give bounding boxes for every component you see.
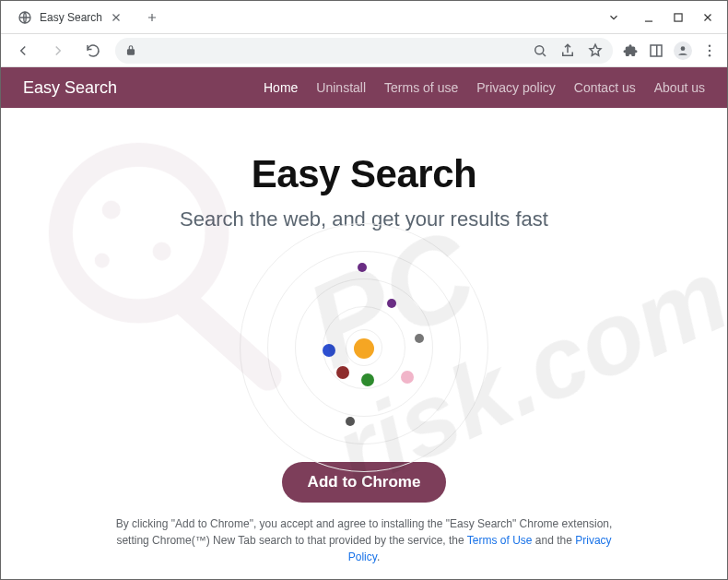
nav-uninstall[interactable]: Uninstall xyxy=(316,80,366,95)
browser-tab[interactable]: Easy Search xyxy=(8,3,134,32)
planet-icon xyxy=(323,344,335,357)
share-icon[interactable] xyxy=(559,42,576,59)
arrow-left-icon xyxy=(15,42,31,59)
planet-icon xyxy=(361,373,374,386)
minimize-icon[interactable] xyxy=(642,11,655,24)
new-tab-button[interactable] xyxy=(139,5,165,30)
nav-links: Home Uninstall Terms of use Privacy poli… xyxy=(264,80,705,95)
lock-icon xyxy=(124,44,137,57)
nav-privacy[interactable]: Privacy policy xyxy=(476,80,556,95)
disclaimer-middle: and the xyxy=(533,534,576,547)
disclaimer-suffix: . xyxy=(377,550,380,563)
profile-button[interactable] xyxy=(674,41,692,60)
reload-button[interactable] xyxy=(80,38,106,64)
svg-point-2 xyxy=(535,45,544,53)
tab-title: Easy Search xyxy=(40,11,102,24)
window-controls xyxy=(607,11,727,24)
back-button[interactable] xyxy=(10,38,36,64)
planet-icon xyxy=(354,338,374,359)
nav-contact[interactable]: Contact us xyxy=(574,80,636,95)
globe-icon xyxy=(18,10,32,25)
terms-link[interactable]: Terms of Use xyxy=(467,534,533,547)
nav-home[interactable]: Home xyxy=(264,80,298,95)
svg-point-6 xyxy=(709,49,710,51)
nav-terms[interactable]: Terms of use xyxy=(384,80,458,95)
tab-close-icon[interactable] xyxy=(110,11,123,24)
chevron-down-icon[interactable] xyxy=(607,11,620,24)
close-icon[interactable] xyxy=(701,11,714,24)
planet-icon xyxy=(401,371,414,384)
planet-icon xyxy=(336,366,349,379)
svg-point-5 xyxy=(709,44,710,46)
planet-icon xyxy=(346,417,355,426)
sidepanel-icon[interactable] xyxy=(648,42,664,59)
site-navbar: Easy Search Home Uninstall Terms of use … xyxy=(1,67,727,108)
arrow-right-icon xyxy=(50,42,66,59)
browser-toolbar xyxy=(1,34,727,67)
planet-icon xyxy=(358,263,367,272)
search-icon[interactable] xyxy=(532,42,548,59)
maximize-icon[interactable] xyxy=(672,11,685,24)
page-content: Easy Search Search the web, and get your… xyxy=(1,152,727,579)
extensions-icon[interactable] xyxy=(622,42,639,59)
star-icon[interactable] xyxy=(587,42,604,59)
reload-icon xyxy=(85,42,101,59)
browser-window: Easy Search xyxy=(0,0,728,580)
svg-point-4 xyxy=(681,46,686,51)
disclaimer-text: By clicking "Add to Chrome", you accept … xyxy=(106,515,622,565)
hero-title: Easy Search xyxy=(1,152,727,196)
orbit-graphic xyxy=(207,246,521,449)
address-bar[interactable] xyxy=(115,38,613,64)
forward-button[interactable] xyxy=(45,38,71,64)
menu-icon[interactable] xyxy=(701,42,718,59)
site-brand: Easy Search xyxy=(23,78,117,98)
planet-icon xyxy=(415,334,424,343)
page-viewport: Easy Search Home Uninstall Terms of use … xyxy=(1,67,727,579)
planet-icon xyxy=(387,299,396,308)
person-icon xyxy=(676,44,689,57)
titlebar: Easy Search xyxy=(1,1,727,34)
svg-point-7 xyxy=(709,54,710,56)
nav-about[interactable]: About us xyxy=(654,80,705,95)
svg-rect-1 xyxy=(675,13,682,20)
